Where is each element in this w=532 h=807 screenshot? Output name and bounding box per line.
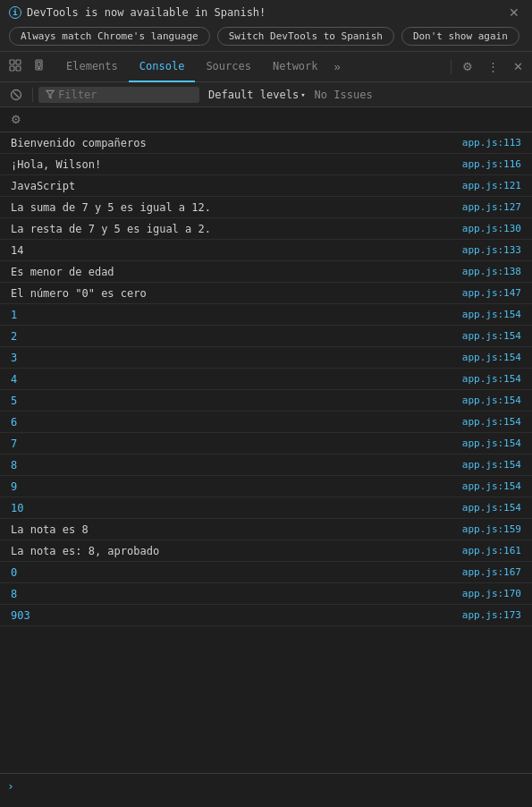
tab-sources[interactable]: Sources [195,52,262,82]
prompt-arrow: › [7,779,14,793]
console-row-text: 7 [11,437,455,450]
svg-rect-2 [16,60,21,64]
console-row-link[interactable]: app.js:154 [462,502,521,514]
console-row-link[interactable]: app.js:133 [462,244,521,256]
default-levels-button[interactable]: Default levels ▾ [205,87,309,103]
console-row-text: 0 [11,566,455,579]
console-row-link[interactable]: app.js:147 [462,287,521,299]
tab-console[interactable]: Console [129,52,196,82]
console-row: La nota es 8app.js:159 [0,519,532,540]
console-row-link[interactable]: app.js:154 [462,437,521,449]
console-row: Es menor de edadapp.js:138 [0,261,532,283]
console-row-text: JavaScript [11,180,455,192]
close-devtools-button[interactable]: ✕ [508,56,528,77]
chevron-down-icon: ▾ [300,90,305,99]
tab-network[interactable]: Network [262,52,329,82]
console-row-text: El número "0" es cero [11,287,455,300]
console-row-link[interactable]: app.js:167 [462,566,521,578]
console-row-link[interactable]: app.js:170 [462,588,521,599]
info-icon: i [9,6,21,19]
console-row-text: 8 [11,459,455,471]
console-row-link[interactable]: app.js:130 [462,223,521,234]
info-bar: i DevTools is now available in Spanish! … [0,0,532,52]
console-row-text: ¡Hola, Wilson! [11,158,455,171]
console-row-link[interactable]: app.js:154 [462,373,521,385]
console-row-link[interactable]: app.js:159 [462,523,521,535]
console-row: 0app.js:167 [0,562,532,583]
console-row-text: 10 [11,502,455,514]
console-row-link[interactable]: app.js:154 [462,309,521,320]
console-row-link[interactable]: app.js:121 [462,180,521,191]
console-row-text: 5 [11,395,455,407]
filter-icon [46,89,55,99]
dont-show-again-button[interactable]: Don't show again [401,27,519,46]
console-row-link[interactable]: app.js:154 [462,480,521,492]
console-row-link[interactable]: app.js:154 [462,395,521,406]
info-bar-title-text: DevTools is now available in Spanish! [27,6,266,19]
console-row: La suma de 7 y 5 es igual a 12.app.js:12… [0,197,532,218]
console-row: 8app.js:170 [0,583,532,605]
svg-rect-3 [16,66,21,71]
console-row-text: 903 [11,609,455,622]
console-row: El número "0" es ceroapp.js:147 [0,283,532,304]
console-output: Bienvenido compañerosapp.js:113¡Hola, Wi… [0,132,532,773]
console-row-text: 9 [11,480,455,493]
clear-console-button[interactable] [5,87,27,103]
console-row-text: 2 [11,330,455,343]
elements-panel-icon[interactable] [4,55,27,78]
switch-to-spanish-button[interactable]: Switch DevTools to Spanish [217,27,394,46]
console-row-link[interactable]: app.js:154 [462,416,521,428]
console-row: La nota es: 8, aprobadoapp.js:161 [0,540,532,562]
console-row: La resta de 7 y 5 es igual a 2.app.js:13… [0,218,532,240]
console-row: 5app.js:154 [0,390,532,412]
more-tabs-button[interactable]: » [329,60,346,73]
filter-input-wrap [38,87,199,103]
console-row: 6app.js:154 [0,412,532,433]
tabs-bar: Elements Console Sources Network » ⚙ ⋮ ✕ [0,52,532,82]
console-row-link[interactable]: app.js:161 [462,545,521,556]
console-row: 1app.js:154 [0,304,532,326]
console-row-link[interactable]: app.js:173 [462,609,521,621]
svg-marker-9 [46,90,54,98]
console-row-text: Bienvenido compañeros [11,137,455,149]
console-toolbar: Default levels ▾ No Issues [0,82,532,107]
console-row: Bienvenido compañerosapp.js:113 [0,132,532,154]
console-row-text: 6 [11,416,455,429]
console-row: JavaScriptapp.js:121 [0,175,532,197]
close-info-button[interactable]: ✕ [505,5,523,20]
no-issues-label: No Issues [315,89,373,101]
console-prompt: › [0,773,532,798]
svg-rect-5 [38,62,40,67]
tabs-right-actions: ⚙ ⋮ ✕ [449,56,528,77]
console-row: 7app.js:154 [0,433,532,454]
match-language-button[interactable]: Always match Chrome's language [9,27,210,46]
tab-elements[interactable]: Elements [55,52,129,82]
console-row-text: 3 [11,352,455,364]
console-row-link[interactable]: app.js:154 [462,459,521,471]
svg-line-8 [13,92,19,98]
console-row-link[interactable]: app.js:113 [462,137,521,149]
console-row: 14app.js:133 [0,240,532,261]
console-row-text: 1 [11,309,455,321]
console-row: 8app.js:154 [0,454,532,476]
console-row-text: 14 [11,244,455,257]
console-row-link[interactable]: app.js:116 [462,158,521,170]
console-row: 2app.js:154 [0,326,532,347]
settings-button[interactable]: ⚙ [457,56,478,77]
console-row-link[interactable]: app.js:154 [462,330,521,342]
console-row-link[interactable]: app.js:127 [462,201,521,213]
console-row-link[interactable]: app.js:154 [462,352,521,363]
more-options-button[interactable]: ⋮ [482,56,504,77]
device-mode-icon[interactable] [29,55,52,78]
console-row: 4app.js:154 [0,369,532,390]
toolbar-divider-1 [32,88,33,102]
console-row-text: La suma de 7 y 5 es igual a 12. [11,201,455,214]
console-row: 3app.js:154 [0,347,532,369]
info-bar-buttons: Always match Chrome's language Switch De… [9,27,523,46]
console-row-text: 4 [11,373,455,386]
filter-input[interactable] [58,89,192,101]
console-settings-button[interactable]: ⚙ [7,111,25,128]
console-row-text: 8 [11,588,455,600]
console-row-text: La nota es 8 [11,523,455,536]
console-row-link[interactable]: app.js:138 [462,266,521,277]
